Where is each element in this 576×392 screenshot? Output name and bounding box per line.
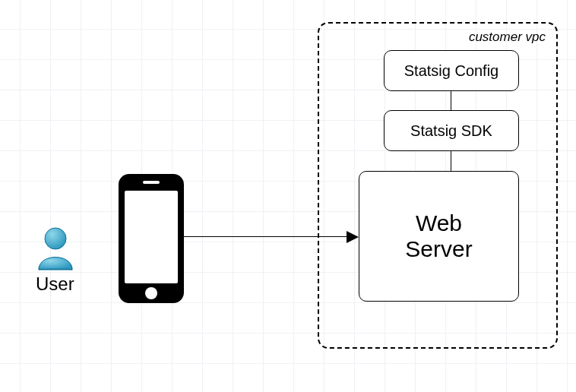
diagram-canvas: customer vpc Statsig Config Statsig SDK … [0,0,576,392]
web-line2: Server [405,236,472,263]
box-statsig-sdk: Statsig SDK [384,110,519,151]
phone-home-button [145,287,157,299]
connector-config-sdk [451,91,451,110]
web-line1: Web [405,210,472,237]
connector-phone-web [184,236,348,237]
box-web-server: Web Server [359,171,519,302]
phone-speaker [143,181,160,184]
phone-icon [119,174,184,303]
user-label: User [36,273,74,295]
box-statsig-config: Statsig Config [384,50,519,91]
box-web-server-label: Web Server [405,210,472,263]
box-statsig-config-label: Statsig Config [404,62,499,80]
user-icon [36,224,75,271]
arrowhead-phone-web [347,231,359,243]
vpc-title: customer vpc [469,30,546,45]
connector-sdk-web [451,151,451,171]
svg-point-0 [45,228,66,249]
phone-screen [125,191,178,283]
box-statsig-sdk-label: Statsig SDK [410,122,492,140]
